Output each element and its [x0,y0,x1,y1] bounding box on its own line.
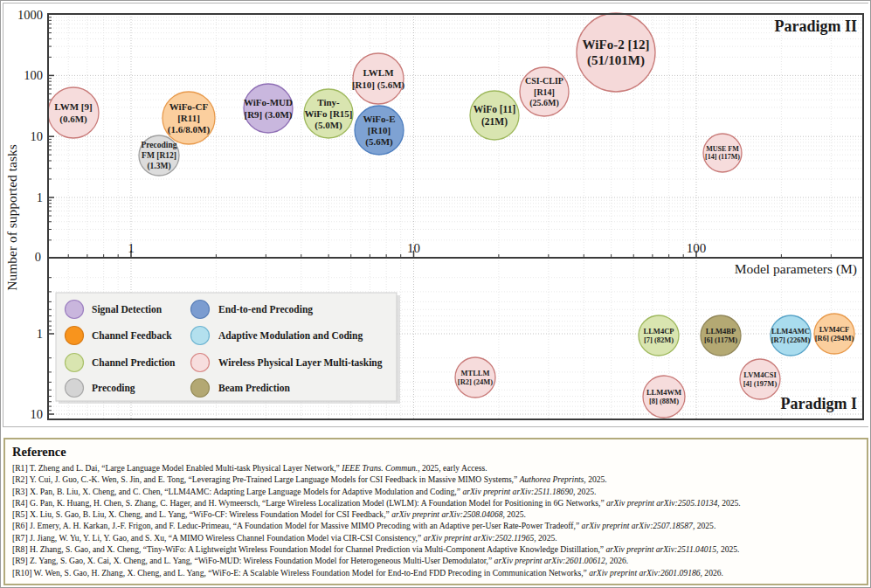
legend-label: Channel Feedback [92,330,172,341]
bubble-label: [8] (88M) [649,397,679,405]
chart-area: Signal DetectionChannel FeedbackChannel … [3,3,868,427]
bubble-label: [R14] [534,87,555,97]
bubble-lwlm: LWLM[R10] (5.6M) [352,53,405,104]
bubble-label: MTLLM [460,369,489,377]
bubble-label: [R7] (226M) [771,336,811,344]
reference-item: [R7] J. Jiang, W. Yu, Y. Li, Y. Gao, and… [12,532,860,543]
reference-item: [R6] J. Emery, A. H. Karkan, J.-F. Frigo… [12,520,860,531]
bubble-label: (1.6/8.0M) [168,124,211,135]
bubble-label: [14] (117M) [705,153,740,161]
y-tick-top: 10 [31,129,44,143]
bubble-wifo-2: WiFo-2 [12](51/101M) [577,13,655,92]
bubble-label: [R10] [368,125,391,135]
bubble-label: LWLM [363,67,394,78]
bubble-label: Tiny- [317,97,340,107]
reference-item: [R10] W. Wen, S. Gao, H. Zhang, X. Cheng… [12,567,860,578]
x-tick: 10 [407,241,420,255]
legend-label: Channel Prediction [92,357,176,368]
bubble-label: LVM4CSI [743,370,777,379]
wireless-multi-tasking-swatch-icon [191,354,210,372]
bubble-label: WiFo-2 [12] [583,38,650,52]
x-tick: 100 [687,241,707,255]
reference-item: [R3] X. Pan, B. Liu, X. Cheng, and C. Ch… [12,486,860,497]
legend-label: End-to-end Precoding [218,304,313,315]
bubble-lwm: LWM [9](0.6M) [48,87,99,138]
figure: Signal DetectionChannel FeedbackChannel … [0,0,871,588]
bubble-label: LVM4CF [819,325,850,334]
reference-item: [R9] Z. Yang, S. Gao, X. Cai, X. Cheng, … [12,555,860,566]
bubble-label: WiFo [R15] [304,108,352,119]
bubble-mtllm: MTLLM[R2] (24M) [455,357,495,398]
bubble-lvm4cf: LVM4CF[R6] (294M) [814,314,854,354]
channel-feedback-swatch-icon [66,327,84,345]
bubble-label: WiFo-E [363,114,395,124]
bubble-label: (5.0M) [315,120,342,131]
reference-panel: Reference [R1] T. Zheng and L. Dai, “Lar… [3,438,868,585]
bubble-precoding-fm: PrecodingFM [R12](1.3M) [139,135,179,176]
y-tick-top: 1000 [17,8,43,22]
bubble-label: LWM [9] [54,101,92,112]
bubble-llm4amc: LLM4AMC[R7] (226M) [771,315,811,356]
legend-label: Precoding [92,383,135,394]
y-axis-label: Number of supported tasks [4,144,19,290]
bubble-label: (25.6M) [529,98,559,108]
reference-item: [R1] T. Zheng and L. Dai, “Large Languag… [12,462,860,474]
bubble-label: (0.6M) [59,114,87,125]
bubble-label: [R9] (3.0M) [245,109,293,121]
end-to-end-precoding-swatch-icon [191,301,210,319]
paradigm-i-label: Paradigm I [781,395,858,412]
bubble-label: [R6] (294M) [815,334,854,342]
bubble-wifo: WiFo [11](21M) [470,91,519,140]
reference-title: Reference [12,445,860,460]
x-axis-label: Model parameters (M) [735,261,857,277]
bubble-label: [R11] [177,113,200,123]
reference-item: [R5] X. Liu, S. Gao, B. Liu, X. Cheng, a… [12,508,860,520]
y-tick-top: 1 [37,190,43,204]
reference-item: [R8] H. Zhang, S. Gao, and X. Cheng, “Ti… [12,543,860,555]
paradigm-ii-label: Paradigm II [775,17,858,35]
y-tick-bottom: 10 [31,407,44,421]
bubble-label: MUSE FM [706,145,739,153]
bubble-wifo-cf: WiFo-CF[R11](1.6/8.0M) [162,92,215,144]
bubble-wifo-mud: WiFo-MUD[R9] (3.0M) [244,84,293,133]
bubble-label: (51/101M) [587,53,645,68]
legend: Signal DetectionChannel FeedbackChannel … [56,293,400,404]
reference-list: [R1] T. Zheng and L. Dai, “Large Languag… [12,462,860,578]
legend-label: Adaptive Modulation and Coding [218,330,363,342]
bubble-label: LLM4CP [644,327,674,336]
bubble-label: [4] (197M) [743,379,778,388]
bubble-label: FM [R12] [142,151,176,160]
bubble-label: [R10] (5.6M) [352,80,405,91]
bubble-label: [7] (82M) [644,336,674,344]
y-tick-bottom: 1 [37,327,43,341]
bubble-label: LLM4AMC [771,327,810,336]
signal-detection-swatch-icon [66,301,84,319]
bubble-label: Precoding [142,141,177,149]
beam-prediction-swatch-icon [191,379,210,398]
legend-label: Beam Prediction [218,383,290,393]
bubble-llm4bp: LLM4BP[6] (117M) [701,315,741,356]
bubble-muse-fm: MUSE FM[14] (117M) [703,134,742,172]
origin-tick: 0 [35,250,41,264]
bubble-wifo-e: WiFo-E[R10](5.6M) [355,106,404,155]
bubble-llm4wm: LLM4WM[8] (88M) [643,376,685,418]
bubble-csi-clip: CSI-CLIP[R14](25.6M) [520,67,569,116]
bubble-label: CSI-CLIP [525,76,563,86]
legend-label: Signal Detection [92,304,162,315]
bubble-label: WiFo-CF [169,101,209,112]
reference-item: [R4] G. Pan, K. Huang, H. Chen, S. Zhang… [12,497,860,508]
bubble-chart-svg: Signal DetectionChannel FeedbackChannel … [3,3,869,426]
bubble-llm4cp: LLM4CP[7] (82M) [639,315,679,356]
bubble-label: [R2] (24M) [458,377,494,386]
adaptive-modulation-coding-swatch-icon [191,327,210,345]
bubble-label: WiFo [11] [474,104,516,114]
x-tick: 1 [128,241,135,255]
bubble-label: WiFo-MUD [244,97,293,107]
bubble-label: (5.6M) [365,136,393,148]
reference-item: [R2] Y. Cui, J. Guo, C.-K. Wen, S. Jin, … [12,474,860,485]
bubble-label: LLM4BP [706,327,736,336]
bubble-lvm4csi: LVM4CSI[4] (197M) [740,359,780,399]
y-tick-top: 100 [24,68,43,82]
bubble-label: LLM4WM [646,388,681,397]
bubble-label: (1.3M) [147,162,170,171]
